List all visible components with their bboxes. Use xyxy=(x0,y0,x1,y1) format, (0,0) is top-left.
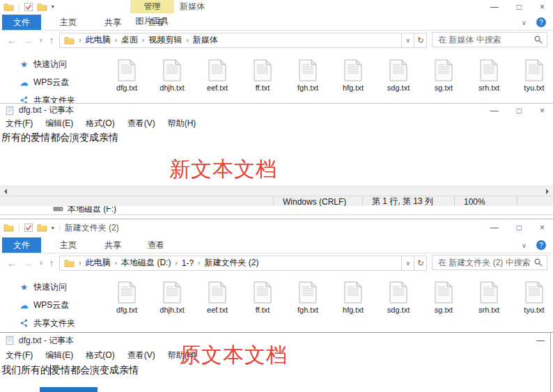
new-folder-icon[interactable] xyxy=(37,224,47,232)
file-item[interactable]: sdg.txt xyxy=(376,281,421,334)
menu-view[interactable]: 查看(V) xyxy=(127,350,155,361)
close-button[interactable]: × xyxy=(540,2,545,12)
menu-edit[interactable]: 编辑(E) xyxy=(45,350,73,361)
address-dropdown-icon[interactable]: ∨ xyxy=(402,33,414,48)
sidebar-item-shared-folder[interactable]: 共享文件夹 xyxy=(0,314,104,332)
file-item[interactable]: eef.txt xyxy=(195,281,240,334)
file-item[interactable]: hfg.txt xyxy=(331,281,375,334)
sidebar-item-shared-folder[interactable]: 共享文件夹 xyxy=(0,91,104,103)
sidebar-item-quick-access[interactable]: ★ 快速访问 xyxy=(0,278,104,296)
breadcrumb-current[interactable]: 新建文件夹 (2) xyxy=(204,257,258,269)
file-item[interactable]: sg.txt xyxy=(421,59,466,103)
maximize-button[interactable]: □ xyxy=(517,223,522,233)
up-icon[interactable]: ↑ xyxy=(49,258,54,268)
file-item[interactable]: dhjh.txt xyxy=(150,59,194,103)
file-item[interactable]: ff.txt xyxy=(240,59,285,103)
help-icon[interactable]: ? xyxy=(536,17,546,27)
menu-edit[interactable]: 编辑(E) xyxy=(45,118,73,130)
minimize-button[interactable]: — xyxy=(490,223,499,233)
file-item[interactable]: dfg.txt xyxy=(104,281,149,334)
minimize-button[interactable]: — xyxy=(536,336,545,345)
menu-help[interactable]: 帮助(H) xyxy=(168,118,196,130)
new-folder-icon[interactable] xyxy=(37,3,47,11)
collapse-ribbon-icon[interactable]: ∨ xyxy=(522,242,527,249)
tab-share[interactable]: 共享 xyxy=(94,237,132,253)
explorer-titlebar[interactable]: | ▾ 管理 新媒体 — □ × xyxy=(0,0,553,13)
address-dropdown-icon[interactable]: ∨ xyxy=(402,256,414,271)
tab-home[interactable]: 主页 xyxy=(49,15,87,30)
file-item[interactable]: dhjh.txt xyxy=(150,281,194,334)
file-item[interactable]: fgh.txt xyxy=(286,59,330,103)
help-icon[interactable]: ? xyxy=(536,240,546,250)
properties-check-icon[interactable] xyxy=(24,3,33,11)
tab-home[interactable]: 主页 xyxy=(49,237,87,253)
minimize-button[interactable]: — xyxy=(490,106,499,116)
menu-format[interactable]: 格式(O) xyxy=(86,118,114,130)
notepad-titlebar[interactable]: dfg.txt - 记事本 — □ × xyxy=(0,104,553,117)
close-button[interactable]: × xyxy=(540,223,545,233)
forward-icon[interactable]: → xyxy=(23,258,33,269)
recent-locations-icon[interactable]: ∨ xyxy=(39,37,43,43)
sidebar-item-quick-access[interactable]: ★ 快速访问 xyxy=(0,55,104,73)
resize-grip[interactable] xyxy=(517,196,553,207)
qat-customize-icon[interactable]: ▾ xyxy=(52,3,54,10)
collapse-ribbon-icon[interactable]: ∨ xyxy=(522,19,527,26)
tab-file[interactable]: 文件 xyxy=(2,237,41,253)
tab-share[interactable]: 共享 xyxy=(94,15,132,30)
search-input[interactable]: 在 新建文件夹 (2) 中搜索 xyxy=(432,255,547,270)
maximize-button[interactable]: □ xyxy=(517,106,522,116)
file-item[interactable]: dfg.txt xyxy=(104,59,149,103)
menu-view[interactable]: 查看(V) xyxy=(127,118,155,130)
file-item[interactable]: srh.txt xyxy=(467,281,511,334)
file-item[interactable]: hfg.txt xyxy=(331,59,375,103)
folder-icon[interactable] xyxy=(3,224,14,232)
file-item[interactable]: tyu.txt xyxy=(512,59,553,103)
file-item[interactable]: tyu.txt xyxy=(512,281,553,334)
search-input[interactable]: 在 新媒体 中搜索 xyxy=(432,32,547,47)
menu-file[interactable]: 文件(F) xyxy=(6,118,33,130)
breadcrumb-video-edit[interactable]: 视频剪辑 xyxy=(148,34,182,46)
scroll-left-icon[interactable] xyxy=(0,187,11,196)
sidebar-item-local-disk-f[interactable]: 本地磁盘 (F:) xyxy=(0,206,553,215)
breadcrumb-this-pc[interactable]: 此电脑 xyxy=(86,34,111,46)
breadcrumb-folder-1[interactable]: 1-? xyxy=(182,258,194,268)
folder-icon[interactable] xyxy=(3,3,14,11)
file-item[interactable]: srh.txt xyxy=(467,59,511,103)
explorer-titlebar[interactable]: | ▾ | 新建文件夹 (2) — □ × xyxy=(0,219,553,236)
file-item[interactable]: sdg.txt xyxy=(376,59,421,103)
up-icon[interactable]: ↑ xyxy=(49,35,54,45)
sidebar-item-wps-cloud[interactable]: ☁ WPS云盘 xyxy=(0,296,104,314)
maximize-button[interactable]: □ xyxy=(517,2,522,12)
file-item[interactable]: fgh.txt xyxy=(286,281,330,334)
search-icon[interactable] xyxy=(534,258,543,267)
tab-file[interactable]: 文件 xyxy=(2,15,41,30)
sidebar-item-wps-cloud[interactable]: ☁ WPS云盘 xyxy=(0,73,104,91)
refresh-icon[interactable]: ↻ xyxy=(414,256,427,271)
recent-locations-icon[interactable]: ∨ xyxy=(39,260,43,266)
menu-file[interactable]: 文件(F) xyxy=(6,350,33,361)
breadcrumb-this-pc[interactable]: 此电脑 xyxy=(86,257,111,269)
properties-check-icon[interactable] xyxy=(24,224,33,232)
horizontal-scrollbar[interactable] xyxy=(0,186,553,196)
search-icon[interactable] xyxy=(534,36,543,44)
breadcrumb[interactable]: › 此电脑 › 桌面 › 视频剪辑 › 新媒体 xyxy=(59,33,402,48)
menu-format[interactable]: 格式(O) xyxy=(86,350,114,361)
refresh-icon[interactable]: ↻ xyxy=(414,33,427,48)
breadcrumb-local-disk-d[interactable]: 本地磁盘 (D:) xyxy=(121,257,171,269)
minimize-button[interactable]: — xyxy=(490,2,499,12)
file-item[interactable]: eef.txt xyxy=(195,59,240,103)
qat-customize-icon[interactable]: ▾ xyxy=(52,225,54,231)
back-icon[interactable]: ← xyxy=(7,258,17,269)
file-item[interactable]: sg.txt xyxy=(421,281,466,334)
scroll-right-icon[interactable] xyxy=(542,187,553,196)
breadcrumb-desktop[interactable]: 桌面 xyxy=(121,34,138,46)
tab-view[interactable]: 查看 xyxy=(137,237,175,253)
forward-icon[interactable]: → xyxy=(23,35,33,46)
text-editor-area[interactable]: 所有的爱情都会演变成亲情 新文本文档 xyxy=(0,130,553,186)
close-button[interactable]: × xyxy=(540,106,545,116)
back-icon[interactable]: ← xyxy=(7,35,17,46)
file-item[interactable]: ff.txt xyxy=(240,281,285,334)
tab-picture-tools[interactable]: 图片工具 xyxy=(130,13,174,29)
breadcrumb-current[interactable]: 新媒体 xyxy=(193,34,218,46)
breadcrumb[interactable]: › 此电脑 › 本地磁盘 (D:) › 1-? › 新建文件夹 (2) xyxy=(59,256,402,271)
